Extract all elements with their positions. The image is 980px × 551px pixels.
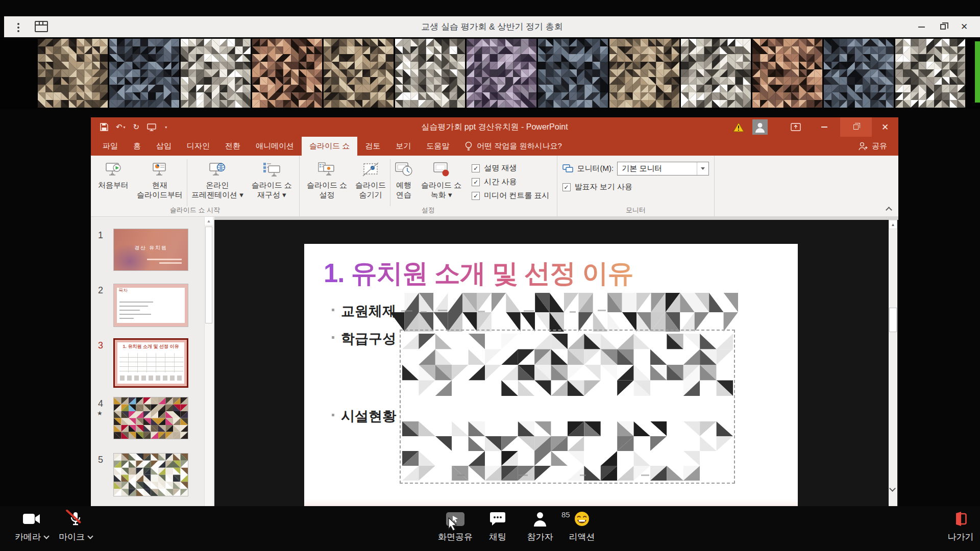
hide-slide-icon (362, 160, 379, 180)
video-tile[interactable] (538, 39, 608, 108)
undo-icon[interactable]: ↶▾ (116, 122, 126, 132)
lightbulb-icon (465, 141, 472, 152)
thumbnail-scrollbar[interactable] (204, 217, 213, 506)
collapse-ribbon-icon[interactable] (886, 207, 892, 213)
checkbox-play-narrations[interactable]: 설명 재생 (472, 163, 549, 173)
tab-animations[interactable]: 애니메이션 (248, 137, 302, 156)
checkbox-use-presenter-view[interactable]: 발표자 보기 사용 (562, 182, 632, 192)
tab-view[interactable]: 보기 (388, 137, 419, 156)
monitor-select[interactable]: 기본 모니터 (617, 162, 709, 176)
from-current-slide-button[interactable]: 현재 슬라이드부터 (133, 158, 187, 201)
qat-customize-icon[interactable]: ▾ (165, 125, 167, 130)
tab-insert[interactable]: 삽입 (149, 137, 179, 156)
meeting-window-controls: ✕ (911, 16, 975, 37)
tab-transitions[interactable]: 전환 (217, 137, 248, 156)
ppt-minimize-icon[interactable] (808, 117, 840, 137)
save-icon[interactable] (100, 123, 108, 131)
account-avatar[interactable] (752, 119, 768, 135)
video-tile[interactable] (252, 39, 322, 108)
checkbox-use-timings[interactable]: 시간 사용 (472, 177, 549, 187)
video-tile[interactable] (467, 39, 536, 108)
monitor-icon (562, 164, 574, 173)
video-tile[interactable] (824, 39, 894, 108)
rehearse-timings-button[interactable]: 예행 연습 (390, 158, 417, 201)
reactions-button[interactable]: 리액션 (559, 510, 605, 543)
checkbox-checked-icon (472, 164, 480, 172)
warning-icon[interactable] (729, 122, 748, 132)
video-tile[interactable] (38, 39, 108, 108)
monitor-field-label: 모니터(M): (577, 164, 614, 173)
slide-bullet-1[interactable]: 교원체제 (341, 302, 396, 320)
slide-thumbnail-1[interactable]: 경산 유치원 (113, 229, 188, 271)
checkbox-show-media-controls[interactable]: 미디어 컨트롤 표시 (472, 191, 549, 201)
tab-review[interactable]: 검토 (357, 137, 388, 156)
present-online-button[interactable]: 온라인 프레젠테이션 ▾ (187, 158, 248, 201)
video-tile[interactable] (324, 39, 394, 108)
checkbox-checked-icon (562, 183, 571, 191)
slide-thumbnail-4-censored[interactable] (113, 397, 188, 439)
checkbox-checked-icon (472, 178, 480, 186)
leave-button[interactable]: 나가기 (938, 510, 980, 543)
slide-thumbnail-panel: 1 경산 유치원 2 목차 3 1. (91, 217, 214, 506)
chat-button[interactable]: 채팅 (475, 510, 521, 543)
share-button[interactable]: 공유 (858, 137, 887, 156)
globe-screen-icon (208, 160, 227, 180)
video-tile[interactable] (681, 39, 751, 108)
ribbon-display-options-icon[interactable] (783, 123, 808, 131)
censored-mosaic-table-2 (402, 421, 733, 481)
slide-thumbnail-5-censored[interactable] (113, 453, 188, 496)
play-screen-icon (105, 160, 122, 180)
scroll-up-icon[interactable] (205, 217, 213, 226)
slide-number-selected: 3 (98, 340, 103, 351)
setup-slideshow-button[interactable]: 슬라이드 쇼 설정 (303, 158, 351, 201)
slide-thumbnail-3-selected[interactable]: 1. 유치원 소개 및 선정 이유 (113, 338, 188, 388)
ppt-restore-icon[interactable] (840, 117, 872, 137)
mic-button-muted[interactable]: 마이크 (53, 510, 99, 543)
slide-thumbnail-2[interactable]: 목차 (113, 284, 188, 327)
close-icon[interactable]: ✕ (953, 16, 975, 37)
video-tile[interactable] (181, 39, 251, 108)
participants-button[interactable]: 85 참가자 (517, 510, 563, 543)
censored-mosaic-band (390, 293, 738, 332)
thumb3-title: 1. 유치원 소개 및 선정 이유 (115, 343, 187, 350)
slide-bullet-2[interactable]: 학급구성 (341, 330, 396, 348)
scrollbar-thumb[interactable] (205, 227, 212, 323)
custom-slideshow-button[interactable]: 슬라이드 쇼 재구성 ▾ (248, 158, 296, 201)
chevron-down-icon[interactable] (697, 162, 708, 175)
tab-help[interactable]: 도움말 (419, 137, 457, 156)
scrollbar-thumb[interactable] (889, 308, 897, 332)
video-tile[interactable] (752, 39, 822, 108)
hide-slide-button[interactable]: 슬라이드 숨기기 (351, 158, 390, 201)
from-beginning-button[interactable]: 처음부터 (94, 158, 133, 191)
tab-slideshow[interactable]: 슬라이드 쇼 (302, 137, 357, 156)
video-tile[interactable] (109, 39, 179, 108)
stopwatch-screen-icon (395, 160, 413, 180)
slide-title[interactable]: 1. 유치원 소개 및 선정 이유 (324, 256, 633, 291)
tab-design[interactable]: 디자인 (179, 137, 217, 156)
meeting-app-window: 교생 실습 평가회 & 상반기 정기 총회 ✕ ↶▾ ↻ ▾ 실 (0, 0, 980, 551)
record-slideshow-button[interactable]: 슬라이드 쇼 녹화 ▾ (417, 158, 465, 201)
slideshow-icon[interactable] (147, 123, 156, 131)
video-tile[interactable] (395, 39, 465, 108)
scroll-down-icon[interactable] (889, 485, 896, 492)
scroll-up-icon[interactable] (889, 220, 897, 229)
camera-icon (22, 512, 41, 525)
video-tile[interactable] (609, 39, 679, 108)
chevron-down-icon[interactable] (43, 533, 49, 539)
tell-me-box[interactable]: 어떤 작업을 원하시나요? (465, 137, 562, 156)
ribbon: 처음부터 현재 슬라이드부터 온라인 프레젠테이션 ▾ (91, 156, 898, 217)
slide-canvas[interactable]: 1. 유치원 소개 및 선정 이유 교원체제 학급구성 시설현황 (304, 244, 798, 506)
minimize-icon[interactable] (911, 16, 932, 37)
tab-file[interactable]: 파일 (95, 137, 126, 156)
tab-home[interactable]: 홈 (126, 137, 149, 156)
slide-bullet-3[interactable]: 시설현황 (341, 407, 396, 425)
thumb1-title: 경산 유치원 (114, 244, 188, 252)
camera-button[interactable]: 카메라 (9, 510, 55, 543)
redo-icon[interactable]: ↻ (133, 122, 140, 132)
chevron-down-icon[interactable] (87, 533, 93, 539)
ppt-close-icon[interactable]: ✕ (872, 117, 898, 137)
video-tile[interactable] (895, 39, 965, 108)
edit-area-scrollbar[interactable] (889, 220, 897, 506)
restore-icon[interactable] (932, 16, 953, 37)
meeting-bottom-toolbar: 카메라 마이크 화면공유 채팅 (0, 506, 980, 551)
